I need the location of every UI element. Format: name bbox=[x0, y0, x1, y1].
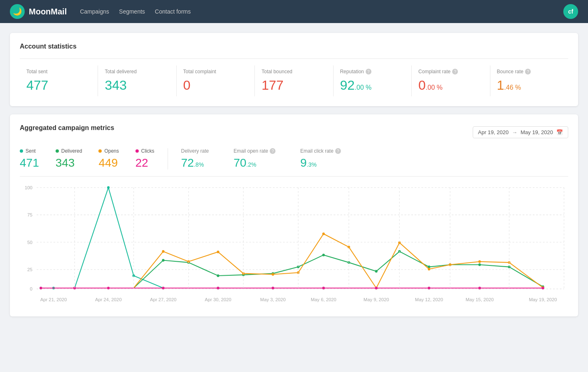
svg-text:May 12, 2020: May 12, 2020 bbox=[415, 297, 443, 302]
opens-dot bbox=[162, 250, 164, 253]
rate-label-delivery: Delivery rate bbox=[181, 148, 209, 154]
clicks-dot bbox=[322, 287, 325, 289]
dot-clicks bbox=[135, 149, 139, 153]
stat-label-total-sent: Total sent bbox=[26, 69, 91, 74]
clicks-dot bbox=[541, 287, 544, 289]
date-range-picker[interactable]: Apr 19, 2020 → May 19, 2020 📅 bbox=[473, 126, 568, 138]
stat-label-bounce-rate: Bounce rate ? bbox=[497, 69, 562, 74]
date-to: May 19, 2020 bbox=[520, 129, 553, 135]
delivered-dot bbox=[478, 263, 481, 266]
aggregated-title: Aggregated campaign metrics bbox=[20, 124, 114, 132]
rate-delivery: Delivery rate 72.8% bbox=[181, 148, 209, 170]
stat-complaint-rate: Complaint rate ? 0.00 % bbox=[412, 65, 490, 96]
metric-clicks: Clicks 22 bbox=[135, 148, 154, 170]
svg-text:75: 75 bbox=[27, 212, 33, 217]
date-range-arrow: → bbox=[512, 129, 517, 135]
clicks-dot bbox=[162, 287, 164, 289]
nav-links: Campaigns Segments Contact forms bbox=[80, 7, 550, 16]
sent-dot bbox=[107, 186, 110, 189]
info-icon-click-rate[interactable]: ? bbox=[335, 148, 341, 154]
nav-campaigns[interactable]: Campaigns bbox=[80, 7, 109, 16]
rate-label-click: Email click rate ? bbox=[300, 148, 341, 154]
stat-label-reputation: Reputation ? bbox=[340, 69, 405, 74]
delivered-dot bbox=[322, 253, 325, 256]
stat-value-bounce-rate: 1.46 % bbox=[497, 78, 562, 93]
clicks-dot bbox=[217, 287, 219, 289]
svg-text:25: 25 bbox=[27, 267, 33, 272]
stat-value-total-sent: 477 bbox=[26, 78, 91, 93]
chart-container: .grid-line { stroke: #e0e0e0; stroke-wid… bbox=[20, 183, 568, 307]
stat-bounce-rate: Bounce rate ? 1.46 % bbox=[490, 65, 568, 96]
rate-value-click: 9.3% bbox=[300, 156, 341, 170]
metrics-section: Sent 471 Delivered 343 Opens bbox=[20, 148, 568, 177]
metric-label-clicks: Clicks bbox=[135, 148, 154, 154]
stat-value-total-delivered: 343 bbox=[105, 78, 169, 93]
svg-text:Apr 27, 2020: Apr 27, 2020 bbox=[150, 297, 176, 302]
stat-total-complaint: Total complaint 0 bbox=[177, 65, 255, 96]
metric-label-sent: Sent bbox=[20, 148, 39, 154]
metric-delivered: Delivered 343 bbox=[56, 148, 82, 170]
svg-text:Apr 24, 2020: Apr 24, 2020 bbox=[95, 297, 121, 302]
stat-total-sent: Total sent 477 bbox=[20, 65, 98, 96]
stat-reputation: Reputation ? 92.00 % bbox=[334, 65, 412, 96]
nav-segments[interactable]: Segments bbox=[119, 7, 145, 16]
stat-value-reputation: 92.00 % bbox=[340, 78, 405, 93]
date-from: Apr 19, 2020 bbox=[478, 129, 509, 135]
logo: 🌙 MoonMail bbox=[10, 4, 67, 19]
metric-label-delivered: Delivered bbox=[56, 148, 82, 154]
svg-text:50: 50 bbox=[27, 240, 33, 245]
metric-opens: Opens 449 bbox=[98, 148, 119, 170]
svg-text:100: 100 bbox=[25, 185, 33, 190]
calendar-icon: 📅 bbox=[556, 129, 563, 135]
logo-text: MoonMail bbox=[29, 7, 67, 16]
svg-text:May 6, 2020: May 6, 2020 bbox=[311, 297, 336, 302]
svg-text:Apr 30, 2020: Apr 30, 2020 bbox=[205, 297, 231, 302]
opens-dot bbox=[217, 251, 219, 253]
info-icon-complaint-rate[interactable]: ? bbox=[452, 69, 458, 74]
svg-text:0: 0 bbox=[30, 286, 32, 291]
svg-text:Apr 21, 2020: Apr 21, 2020 bbox=[40, 297, 67, 302]
rate-open: Email open rate ? 70.2% bbox=[233, 148, 275, 170]
rate-click: Email click rate ? 9.3% bbox=[300, 148, 341, 170]
metric-value-opens: 449 bbox=[98, 156, 119, 170]
logo-icon: 🌙 bbox=[10, 4, 25, 19]
opens-dot bbox=[322, 232, 325, 235]
clicks-dot bbox=[428, 287, 430, 289]
metric-value-sent: 471 bbox=[20, 156, 39, 170]
rate-value-open: 70.2% bbox=[233, 156, 275, 170]
chart-line-delivered bbox=[41, 251, 543, 288]
stat-label-total-bounced: Total bounced bbox=[261, 69, 326, 74]
user-avatar[interactable]: cf bbox=[563, 4, 578, 19]
metrics-right: Delivery rate 72.8% Email open rate ? 70… bbox=[168, 148, 341, 170]
stat-label-complaint-rate: Complaint rate ? bbox=[418, 69, 483, 74]
dot-sent bbox=[20, 149, 23, 153]
stat-label-total-complaint: Total complaint bbox=[183, 69, 248, 74]
clicks-dot bbox=[107, 287, 110, 289]
info-icon-reputation[interactable]: ? bbox=[366, 69, 371, 74]
opens-dot bbox=[428, 268, 430, 270]
stat-value-complaint-rate: 0.00 % bbox=[418, 78, 483, 93]
delivered-dot bbox=[217, 274, 219, 277]
delivered-dot bbox=[162, 259, 164, 261]
stat-total-bounced: Total bounced 177 bbox=[255, 65, 333, 96]
stat-total-delivered: Total delivered 343 bbox=[98, 65, 176, 96]
dot-opens bbox=[98, 149, 102, 153]
metric-sent: Sent 471 bbox=[20, 148, 39, 170]
dot-delivered bbox=[56, 149, 59, 153]
stat-label-total-delivered: Total delivered bbox=[105, 69, 169, 74]
line-chart: .grid-line { stroke: #e0e0e0; stroke-wid… bbox=[20, 183, 568, 307]
svg-text:May 9, 2020: May 9, 2020 bbox=[364, 297, 389, 302]
clicks-dot bbox=[375, 287, 378, 289]
svg-text:May 3, 2020: May 3, 2020 bbox=[260, 297, 286, 302]
clicks-dot bbox=[40, 287, 42, 289]
clicks-dot bbox=[478, 287, 481, 289]
opens-dot bbox=[272, 273, 274, 276]
info-icon-open-rate[interactable]: ? bbox=[270, 148, 275, 154]
nav-contact-forms[interactable]: Contact forms bbox=[155, 7, 191, 16]
svg-text:May 15, 2020: May 15, 2020 bbox=[466, 297, 494, 302]
navigation: 🌙 MoonMail Campaigns Segments Contact fo… bbox=[0, 0, 588, 23]
metrics-left: Sent 471 Delivered 343 Opens bbox=[20, 148, 168, 170]
chart-line-opens bbox=[41, 234, 543, 288]
aggregated-header: Aggregated campaign metrics Apr 19, 2020… bbox=[20, 124, 568, 140]
info-icon-bounce-rate[interactable]: ? bbox=[525, 69, 531, 74]
